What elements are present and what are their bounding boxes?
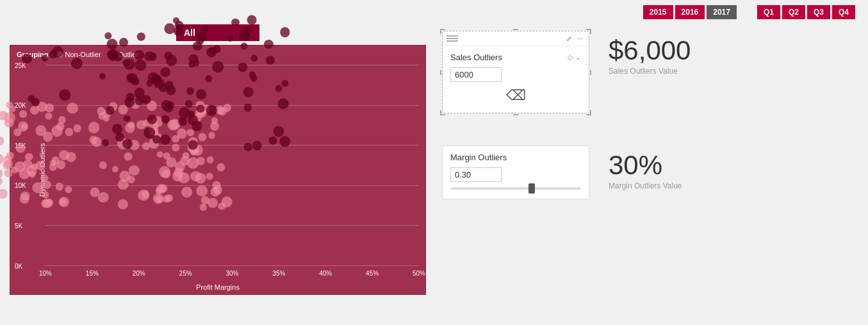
non-outlier-dot-point xyxy=(118,199,128,209)
more-icon[interactable]: ··· xyxy=(576,34,585,43)
non-outlier-dot-point xyxy=(103,115,110,121)
quarter-q4-button[interactable]: Q4 xyxy=(832,5,855,19)
non-outlier-dot-point xyxy=(42,192,49,199)
x-tick-label: 20% xyxy=(133,270,145,277)
non-outlier-dot-point xyxy=(112,166,119,172)
non-outlier-dot-point xyxy=(43,181,51,189)
non-outlier-dot-point xyxy=(30,106,39,115)
quarter-filter-group: Q1 Q2 Q3 Q4 xyxy=(757,5,855,19)
y-tick-label: 20K xyxy=(15,102,26,109)
non-outlier-dot-point xyxy=(208,132,215,139)
sales-card-body: Sales Outliers ◇ ⌄ ⌫ xyxy=(443,46,589,113)
outlier-dot-point xyxy=(205,75,212,82)
non-outlier-dot-point xyxy=(41,199,50,208)
diamond-icon[interactable]: ◇ xyxy=(568,53,573,62)
non-outlier-dot-point xyxy=(98,192,108,202)
sales-input[interactable] xyxy=(450,67,502,82)
chevron-down-icon[interactable]: ⌄ xyxy=(575,53,581,62)
chart-inner: 25K20K15K10K5K0K10%15%20%25%30%35%40%45%… xyxy=(45,65,419,265)
outlier-dot-point xyxy=(104,32,111,39)
non-outlier-dot-point xyxy=(14,129,21,136)
outlier-dot-point xyxy=(135,97,143,106)
card-line-2 xyxy=(446,38,458,39)
non-outlier-dot-point xyxy=(218,106,227,115)
outlier-dot-point xyxy=(281,79,288,87)
outlier-dot-point xyxy=(188,140,198,150)
outlier-dot-point xyxy=(119,38,128,47)
non-outlier-dot-point xyxy=(126,123,135,133)
y-tick-label: 10K xyxy=(15,182,26,189)
x-tick-label: 50% xyxy=(413,270,425,277)
non-outlier-dot-point xyxy=(207,156,214,163)
non-outlier-dot-point xyxy=(186,129,193,136)
resize-handle-lm xyxy=(440,70,443,75)
non-outlier-dot-point xyxy=(174,168,184,178)
non-outlier-dot-point xyxy=(67,103,79,114)
non-outlier-dot-point xyxy=(56,122,64,131)
margin-slider-track[interactable] xyxy=(450,187,581,190)
margin-input[interactable] xyxy=(450,167,502,182)
margin-card-title: Margin Outliers xyxy=(450,153,581,162)
quarter-q2-button[interactable]: Q2 xyxy=(782,5,805,19)
non-outlier-dot-point xyxy=(198,133,206,141)
outlier-dot-point xyxy=(99,73,106,79)
margin-card-body: Margin Outliers xyxy=(443,146,589,199)
x-tick-label: 10% xyxy=(39,270,52,277)
outlier-dot-point xyxy=(197,89,207,99)
year-2017-button[interactable]: 2017 xyxy=(707,5,737,19)
margin-input-row xyxy=(450,167,581,182)
non-outlier-dot-point xyxy=(65,128,74,136)
margin-stat-value: 30% xyxy=(609,152,682,179)
outlier-dot-point xyxy=(243,87,254,97)
non-outlier-dot-point xyxy=(197,185,208,197)
y-grid-line: 5K xyxy=(45,225,419,226)
resize-handle-br xyxy=(586,110,591,115)
non-outlier-dot-point xyxy=(88,122,100,133)
sales-card-title-icons: ◇ ⌄ xyxy=(568,53,581,62)
y-grid-line: 15K xyxy=(45,145,419,146)
card-line-1 xyxy=(446,35,458,37)
outlier-dot-point xyxy=(192,121,202,131)
outlier-dot-point xyxy=(243,103,252,112)
outlier-dot-point xyxy=(166,86,176,96)
sales-stat-label: Sales Outliers Value xyxy=(609,67,691,76)
resize-handle-tr xyxy=(586,29,591,34)
margin-card-title-text: Margin Outliers xyxy=(450,153,507,162)
expand-icon[interactable]: ⤢ xyxy=(564,34,573,43)
outlier-dot-point xyxy=(250,54,258,62)
resize-handle-bl xyxy=(440,110,445,115)
year-2016-button[interactable]: 2016 xyxy=(675,5,705,19)
non-outlier-dot-point xyxy=(124,153,133,161)
non-outlier-dot-point xyxy=(136,120,146,129)
quarter-q1-button[interactable]: Q1 xyxy=(757,5,780,19)
card-widget-header: ⤢ ··· xyxy=(443,31,589,46)
non-outlier-dot-point xyxy=(156,151,163,158)
margin-card: Margin Outliers xyxy=(442,146,589,199)
main-content: All Non-Outlier Outlier ⌄ Grouping Non-O… xyxy=(0,24,868,325)
scatter-chart: Grouping Non-Outlier Outlier Dynamic Out… xyxy=(10,45,426,295)
margin-slider-thumb[interactable] xyxy=(528,183,535,194)
card-header-icons: ⤢ ··· xyxy=(564,34,585,43)
cursor-hand-icon: ⌫ xyxy=(450,87,581,104)
outlier-dot-point xyxy=(113,52,123,62)
non-outlier-dot-point xyxy=(119,105,128,115)
y-grid-line: 10K xyxy=(45,185,419,186)
non-outlier-dot-point xyxy=(200,204,206,210)
year-filter-group: 2015 2016 2017 xyxy=(643,5,737,19)
outlier-dot-point xyxy=(212,61,224,72)
non-outlier-dot-point xyxy=(20,194,29,203)
non-outlier-dot-point xyxy=(19,110,27,118)
outlier-dot-point xyxy=(137,33,145,40)
outlier-dot-point xyxy=(174,21,184,30)
resize-handle-bm xyxy=(513,113,518,115)
sales-card-title: Sales Outliers ◇ ⌄ xyxy=(450,53,581,62)
chart-area: All Non-Outlier Outlier ⌄ Grouping Non-O… xyxy=(6,24,429,319)
quarter-q3-button[interactable]: Q3 xyxy=(807,5,830,19)
y-grid-line: 20K xyxy=(45,105,419,106)
year-2015-button[interactable]: 2015 xyxy=(643,5,673,19)
outlier-dot-point xyxy=(279,136,291,147)
non-outlier-dot-point xyxy=(206,173,213,180)
outlier-dot-point xyxy=(243,26,254,37)
non-outlier-dot-point xyxy=(159,166,170,178)
non-outlier-dot-point xyxy=(0,136,4,146)
